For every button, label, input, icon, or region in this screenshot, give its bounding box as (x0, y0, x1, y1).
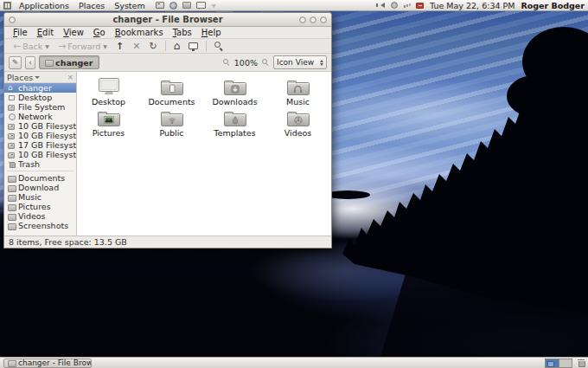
menu-applications[interactable]: Applications (17, 1, 71, 10)
back-icon: ← (13, 42, 21, 51)
file-list-area[interactable]: Desktop Documents Downloads (77, 72, 331, 236)
maximize-button[interactable] (310, 16, 316, 23)
path-button-changer[interactable]: changer (39, 55, 99, 69)
alert-icon[interactable] (416, 3, 424, 9)
sidebar-header-label: Places (7, 73, 33, 82)
desktop-screen: Applications Places System ➤ Tue May 22,… (0, 0, 588, 368)
file-pictures[interactable]: Pictures (77, 108, 140, 139)
file-videos[interactable]: Videos (266, 108, 329, 139)
folder-icon (45, 59, 53, 66)
folder-downloads-icon (224, 77, 246, 96)
window-titlebar[interactable]: changer - File Browser (4, 13, 331, 27)
stop-button[interactable]: ✕ (129, 40, 144, 53)
sidebar-item-desktop[interactable]: Desktop (4, 93, 76, 102)
menu-help[interactable]: Help (197, 28, 226, 37)
desktop-icon (8, 94, 16, 101)
back-button[interactable]: ← Back ▼ (10, 40, 53, 53)
menu-places[interactable]: Places (77, 1, 106, 10)
menu-edit[interactable]: Edit (33, 28, 58, 37)
sidebar-item-documents[interactable]: Documents (4, 173, 76, 183)
file-manager-launcher-icon[interactable] (182, 2, 191, 9)
sidebar-item-network[interactable]: Network (4, 112, 76, 121)
sidebar-item-filesystem-2[interactable]: 10 GB Filesystem (4, 131, 76, 140)
spinner-arrows-icon (320, 60, 323, 66)
workspace-1[interactable] (546, 359, 559, 367)
menu-tabs[interactable]: Tabs (169, 28, 196, 37)
taskbar-window-button[interactable]: changer - File Browser (3, 358, 92, 368)
panel-launchers: ➤ (156, 2, 217, 10)
sidebar-item-filesystem-4[interactable]: 10 GB Filesystem (4, 150, 76, 159)
folder-icon (8, 194, 16, 201)
menu-go[interactable]: Go (89, 28, 110, 37)
zoom-out-icon[interactable] (223, 59, 230, 66)
file-public[interactable]: Public (140, 108, 203, 139)
file-label: Templates (214, 128, 255, 138)
close-button[interactable] (320, 16, 327, 23)
drive-icon (8, 123, 16, 130)
search-button[interactable] (211, 40, 227, 53)
sidebar-item-trash[interactable]: Trash (4, 159, 76, 169)
stop-icon: ✕ (132, 42, 140, 51)
back-chevron-icon[interactable]: ▼ (45, 43, 49, 49)
panel-clock[interactable]: Tue May 22, 6:34 PM (430, 1, 514, 10)
file-desktop[interactable]: Desktop (77, 77, 140, 108)
sidebar-item-music[interactable]: Music (4, 192, 76, 202)
network-signal-icon[interactable] (404, 5, 406, 8)
forward-chevron-icon[interactable]: ▼ (103, 43, 107, 49)
folder-music-icon (287, 77, 310, 96)
menu-view[interactable]: View (59, 28, 88, 37)
sidebar-separator (7, 171, 74, 171)
sidebar-item-label: 17 GB Filesystem (18, 140, 77, 150)
sidebar-item-filesystem-1[interactable]: 10 GB Filesystem (4, 121, 76, 131)
edit-location-button[interactable]: ✎ (9, 56, 22, 69)
forward-button[interactable]: → Forward ▼ (54, 40, 111, 53)
view-selector[interactable]: Icon View (273, 55, 327, 69)
menu-bookmarks[interactable]: Bookmarks (111, 28, 168, 37)
workspace-2[interactable] (559, 359, 572, 367)
sidebar-item-label: Screenshots (18, 221, 68, 230)
file-downloads[interactable]: Downloads (203, 77, 266, 108)
file-label: Public (159, 128, 183, 138)
sidebar-close-icon[interactable]: × (67, 74, 74, 81)
computer-button[interactable] (185, 40, 201, 53)
file-templates[interactable]: Templates (203, 108, 266, 139)
home-button[interactable]: ⌂ (170, 40, 184, 53)
drive-icon (8, 104, 16, 111)
terminal-launcher-icon[interactable] (156, 2, 164, 9)
icon-grid: Desktop Documents Downloads (77, 72, 331, 139)
menu-system[interactable]: System (112, 1, 146, 10)
taskbar-right (545, 358, 585, 368)
sidebar-item-pictures[interactable]: Pictures (4, 202, 76, 211)
reload-icon: ↻ (149, 42, 157, 51)
public-emblem-icon (168, 116, 176, 125)
notifier-icon[interactable] (391, 2, 398, 9)
display-launcher-icon[interactable] (196, 2, 206, 9)
zoom-in-icon[interactable] (262, 59, 269, 66)
web-browser-launcher-icon[interactable] (169, 2, 177, 10)
places-sidebar: Places × changer Desktop File System Net… (4, 72, 77, 236)
distro-logo-icon[interactable] (3, 2, 11, 10)
search-icon (214, 42, 223, 50)
sidebar-item-download[interactable]: Download (4, 183, 76, 192)
panel-username[interactable]: Roger Bodger (521, 1, 585, 10)
file-label: Desktop (92, 97, 125, 107)
minimize-button[interactable] (299, 16, 306, 23)
sidebar-item-changer[interactable]: changer (4, 83, 76, 93)
sidebar-item-screenshots[interactable]: Screenshots (4, 221, 76, 230)
sidebar-header[interactable]: Places × (4, 72, 76, 83)
volume-icon[interactable] (378, 3, 385, 8)
sidebar-item-file-system[interactable]: File System (4, 102, 76, 112)
menu-file[interactable]: File (9, 28, 32, 37)
location-bar: ✎ ‹ changer 100% Icon View (4, 54, 331, 72)
file-documents[interactable]: Documents (140, 77, 203, 108)
scroll-path-left-button[interactable]: ‹ (25, 56, 35, 69)
reload-button[interactable]: ↻ (145, 40, 160, 53)
sidebar-item-videos[interactable]: Videos (4, 211, 76, 221)
sidebar-item-filesystem-3[interactable]: 17 GB Filesystem (4, 140, 76, 150)
window-toolbar: ← Back ▼ → Forward ▼ ↑ ✕ ↻ ⌂ (4, 39, 331, 54)
file-music[interactable]: Music (266, 77, 329, 108)
taskbar-trash-icon[interactable] (578, 359, 585, 367)
window-menu-icon[interactable] (9, 16, 16, 23)
pointer-launcher-icon[interactable]: ➤ (209, 0, 219, 10)
up-button[interactable]: ↑ (112, 40, 127, 53)
